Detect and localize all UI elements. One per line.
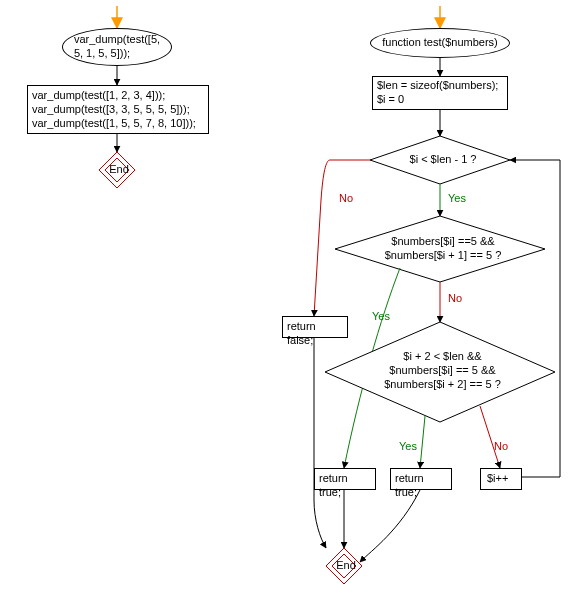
edge-yes-loop: Yes	[448, 192, 466, 204]
return-true2-rect: return true;	[390, 468, 452, 490]
end-label-right: End	[334, 559, 358, 573]
caller-rect: var_dump(test([1, 2, 3, 4])); var_dump(t…	[27, 85, 209, 134]
init-rect-text: $len = sizeof($numbers); $i = 0	[377, 79, 498, 105]
decision-adjacent-text: $numbers[$i] ==5 && $numbers[$i + 1] == …	[378, 235, 508, 263]
end-label-left: End	[107, 163, 131, 177]
return-true1-rect: return true;	[314, 468, 376, 490]
inc-text: $i++	[487, 472, 508, 484]
return-false-rect: return false;	[282, 316, 348, 338]
edge-yes-skip: Yes	[399, 440, 417, 452]
start-node-right: function test($numbers)	[370, 28, 510, 58]
decision-skip-text: $i + 2 < $len && $numbers[$i] == 5 && $n…	[375, 350, 510, 391]
start-node-left-text: var_dump(test([5, 5, 1, 5, 5]));	[74, 33, 160, 61]
edge-no-skip: No	[494, 440, 508, 452]
start-node-left: var_dump(test([5, 5, 1, 5, 5]));	[62, 28, 172, 66]
init-rect: $len = sizeof($numbers); $i = 0	[372, 76, 508, 110]
start-node-right-text: function test($numbers)	[382, 36, 498, 50]
edge-no-loop: No	[339, 192, 353, 204]
edge-yes-adj: Yes	[372, 310, 390, 322]
return-false-text: return false;	[287, 320, 316, 346]
inc-rect: $i++	[480, 468, 522, 490]
edge-no-adj: No	[448, 292, 462, 304]
caller-rect-text: var_dump(test([1, 2, 3, 4])); var_dump(t…	[32, 89, 196, 129]
decision-loop-text: $i < $len - 1 ?	[403, 153, 483, 167]
